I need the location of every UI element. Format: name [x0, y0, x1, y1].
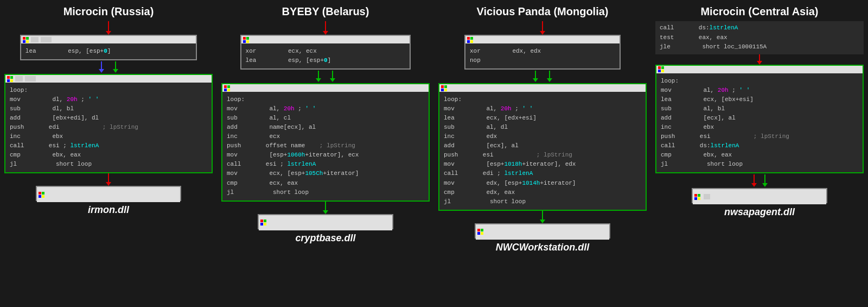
col2-top-code: xor ecx, ecx lea esp, [esp+0] — [241, 43, 410, 68]
col2-bottom-arrow-line — [325, 202, 326, 210]
code-line: cmp ebx, eax — [661, 151, 858, 160]
code-line: mov [esp+1018h+iterator], edx — [444, 160, 641, 169]
code-line: sub al, dl — [444, 123, 641, 132]
arrow-line-4a — [759, 54, 760, 61]
win-icon-4c — [694, 194, 700, 200]
green-arrow2 — [547, 71, 552, 82]
col3-top-code: xor edx, edx nop — [465, 43, 620, 68]
col1-bottom-window — [36, 186, 182, 201]
code-line: lea esp, [esp+0] — [25, 47, 192, 56]
arrow-head-2a — [323, 31, 328, 35]
col3-title: Vicious Panda (Mongolia) — [477, 5, 609, 18]
col2-bottom-arrow-head — [323, 210, 328, 214]
code-line-label: loop: — [227, 95, 424, 104]
code-line: add [ecx], al — [661, 114, 858, 123]
col3-main-titlebar — [439, 84, 646, 92]
code-line: lea ecx, [edx+esi] — [444, 114, 641, 123]
code-line: inc ebx — [661, 123, 858, 132]
code-line: inc edx — [444, 132, 641, 141]
col1-top-window: lea esp, [esp+0] — [20, 35, 197, 60]
column-vicious-panda-mongolia: Vicious Panda (Mongolia) xor edx, edx no… — [434, 0, 651, 307]
col4-bottom-arrows — [751, 174, 768, 187]
tb-btn — [31, 37, 39, 42]
col3-bottom-titlebar — [476, 224, 609, 240]
col4-main-code: loop: mov al, 20h ; ' ' lea ecx, [ebx+es… — [656, 73, 863, 172]
col2-title: BYEBY (Belarus) — [282, 5, 369, 18]
col4-title: Microcin (Central Asia) — [700, 5, 818, 18]
code-line: mov [esp+1060h+iterator], ecx — [227, 151, 424, 160]
win-icon-1b — [7, 76, 13, 82]
win-icon-3c — [477, 229, 483, 235]
column-byeby-belarus: BYEBY (Belarus) xor ecx, ecx lea esp, [e… — [217, 0, 434, 307]
tb-extra — [704, 194, 710, 199]
code-line: push esi ; lpString — [444, 151, 641, 160]
code-line: cmp ebx, eax — [10, 151, 207, 160]
code-line: push offset name ; lpString — [227, 141, 424, 151]
code-line: mov al, 20h ; ' ' — [444, 104, 641, 114]
col1-bottom-arrow-line — [108, 173, 109, 182]
column-microcin-central-asia: Microcin (Central Asia) call ds:lstrlenA… — [651, 0, 868, 307]
code-line: mov dl, 20h ; ' ' — [10, 95, 207, 104]
code-line: mov ecx, [esp+105Ch+iterator] — [227, 169, 424, 178]
col3-bottom-arrow-head — [540, 220, 545, 223]
code-line-label: loop: — [661, 77, 858, 86]
col1-bottom-arrow-head — [106, 182, 111, 186]
col1-bottom-titlebar — [37, 187, 181, 202]
code-line: jle short loc_1000115A — [660, 42, 859, 52]
code-line: cmp ecx, eax — [227, 179, 424, 188]
code-line: call ds:lstrlenA — [660, 23, 859, 33]
arrow-head-4a — [757, 61, 762, 65]
code-line: mov edx, [esp+1014h+iterator] — [444, 179, 641, 188]
code-line: call esi ; lstrlenA — [10, 141, 207, 151]
col4-bottom-window — [692, 188, 827, 203]
win-icon-2c — [260, 220, 266, 225]
win-icon-3a — [467, 37, 473, 43]
col3-main-code: loop: mov al, 20h ; ' ' lea ecx, [edx+es… — [439, 92, 646, 210]
code-line: xor ecx, ecx — [246, 47, 406, 56]
green-arrow — [533, 71, 538, 82]
col1-dll-label: irmon.dll — [88, 204, 129, 216]
green-arrow — [113, 61, 118, 73]
code-line: jl short loop — [227, 188, 424, 197]
col2-main-window: loop: mov al, 20h ; ' ' sub al, cl add n… — [221, 83, 430, 202]
code-line: jl short loop — [661, 160, 858, 169]
col3-dll-label: NWCWorkstation.dll — [496, 242, 590, 253]
col3-main-window: loop: mov al, 20h ; ' ' lea ecx, [edx+es… — [438, 83, 647, 211]
col1-main-titlebar — [5, 75, 212, 83]
col4-main-window: loop: mov al, 20h ; ' ' lea ecx, [ebx+es… — [655, 65, 864, 173]
win-icon-2a — [243, 37, 249, 43]
code-line: sub al, bl — [661, 104, 858, 114]
col2-main-code: loop: mov al, 20h ; ' ' sub al, cl add n… — [222, 92, 429, 201]
code-line: jl short loop — [444, 197, 641, 206]
code-line: test eax, eax — [660, 33, 859, 43]
code-line: add [ecx], al — [444, 141, 641, 151]
win-icon-4b — [658, 66, 664, 72]
code-line: cmp edx, eax — [444, 188, 641, 197]
col1-top-code: lea esp, [esp+0] — [21, 43, 196, 59]
code-line: lea ecx, [ebx+esi] — [661, 95, 858, 104]
code-line: inc ebx — [10, 132, 207, 141]
column-microcin-russia: Microcin (Russia) lea esp, [esp+0] — [0, 0, 217, 307]
blue-arrow — [99, 61, 104, 73]
col1-main-code: loop: mov dl, 20h ; ' ' sub dl, bl add [… — [5, 83, 212, 172]
col3-mid-arrows — [533, 71, 552, 82]
col2-main-titlebar — [222, 84, 429, 92]
code-line: xor edx, edx — [470, 47, 615, 56]
code-line: call esi ; lstrlenA — [227, 160, 424, 169]
red-arrow — [751, 174, 757, 187]
green-arrow — [316, 71, 321, 82]
code-line: nop — [470, 56, 615, 65]
win-icon-3b — [441, 85, 447, 91]
arrow-line-3a — [542, 21, 543, 31]
arrow-head-3a — [540, 31, 545, 35]
col3-bottom-window — [475, 223, 610, 239]
code-line: sub al, cl — [227, 114, 424, 123]
code-line: mov al, 20h ; ' ' — [227, 104, 424, 114]
col1-top-titlebar — [21, 36, 196, 43]
win-icon-2b — [224, 85, 230, 91]
code-line: sub dl, bl — [10, 104, 207, 114]
green-arrow2 — [330, 71, 335, 82]
col1-main-window: loop: mov dl, 20h ; ' ' sub dl, bl add [… — [4, 74, 213, 173]
code-line: add name[ecx], al — [227, 123, 424, 132]
code-line-label: loop: — [10, 86, 207, 95]
